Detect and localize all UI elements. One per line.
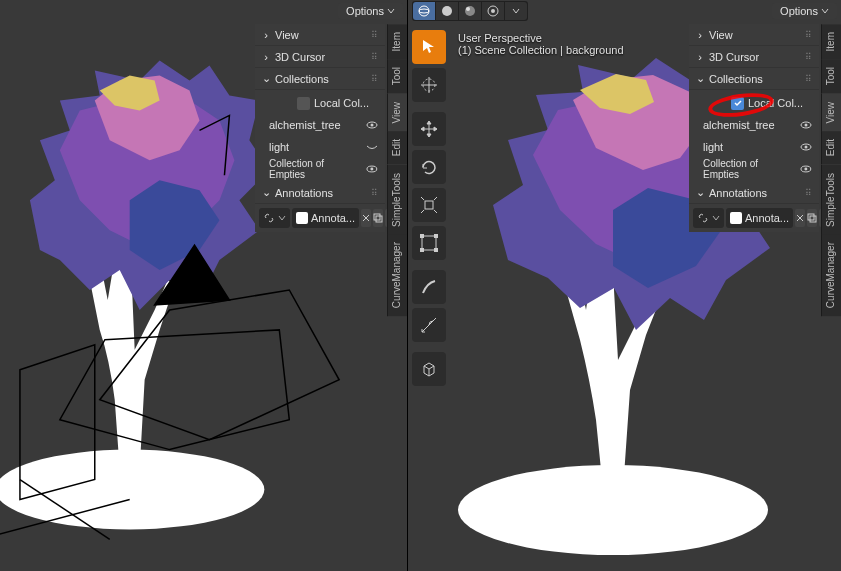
tool-scale[interactable] [412, 188, 446, 222]
panel-collections[interactable]: ⌄ Collections ⠿ [689, 68, 819, 90]
tab-curvemanager[interactable]: CurveManager [387, 234, 407, 316]
tool-transform[interactable] [412, 226, 446, 260]
panel-3d-cursor[interactable]: › 3D Cursor ⠿ [255, 46, 385, 68]
eye-closed-icon[interactable] [365, 140, 379, 154]
annotation-link[interactable] [693, 208, 724, 228]
svg-point-26 [491, 9, 495, 13]
shading-dropdown[interactable] [505, 2, 527, 20]
local-collections-checkbox[interactable] [731, 97, 744, 110]
panel-collections[interactable]: ⌄ Collections ⠿ [255, 68, 385, 90]
eye-icon[interactable] [365, 162, 379, 176]
local-collections-label: Local Col... [748, 97, 803, 109]
tab-view[interactable]: View [387, 94, 407, 132]
tab-simpletools[interactable]: SimpleTools [821, 165, 841, 235]
tab-view[interactable]: View [821, 94, 841, 132]
collection-item[interactable]: light [703, 138, 813, 156]
tool-annotate[interactable] [412, 270, 446, 304]
shading-rendered-button[interactable] [482, 2, 504, 20]
color-swatch[interactable] [730, 212, 742, 224]
shading-mode-group [412, 1, 528, 21]
svg-rect-36 [420, 234, 424, 238]
svg-point-23 [465, 6, 475, 16]
svg-rect-35 [422, 236, 436, 250]
new-annotation-button[interactable] [373, 209, 383, 227]
drag-handle-icon: ⠿ [371, 52, 379, 62]
svg-rect-39 [434, 248, 438, 252]
tab-tool[interactable]: Tool [387, 59, 407, 93]
tool-move[interactable] [412, 112, 446, 146]
header-right: Options [408, 0, 841, 22]
annotation-name[interactable]: Annota... [292, 208, 359, 228]
collection-item[interactable]: light [269, 138, 379, 156]
tool-measure[interactable] [412, 308, 446, 342]
options-button[interactable]: Options [338, 3, 403, 19]
panel-view[interactable]: › View ⠿ [689, 24, 819, 46]
link-icon [263, 212, 275, 224]
n-panel-tabs-left: Item Tool View Edit SimpleTools CurveMan… [387, 24, 407, 317]
chevron-down-icon: ⌄ [261, 186, 271, 199]
svg-rect-37 [434, 234, 438, 238]
header-left: Options [338, 0, 407, 22]
eye-icon[interactable] [799, 118, 813, 132]
tab-curvemanager[interactable]: CurveManager [821, 234, 841, 316]
chevron-down-icon [821, 7, 829, 15]
shading-solid-button[interactable] [436, 2, 458, 20]
chevron-down-icon [387, 7, 395, 15]
panel-annotations[interactable]: ⌄ Annotations ⠿ [689, 182, 819, 204]
svg-point-20 [419, 6, 429, 16]
tool-rotate[interactable] [412, 150, 446, 184]
collection-item[interactable]: alchemist_tree [703, 116, 813, 134]
tool-cursor[interactable] [412, 68, 446, 102]
panel-annotations[interactable]: ⌄ Annotations ⠿ [255, 182, 385, 204]
eye-icon[interactable] [799, 140, 813, 154]
collection-item[interactable]: Collection of Empties [703, 160, 813, 178]
color-swatch[interactable] [296, 212, 308, 224]
options-label: Options [780, 5, 818, 17]
svg-point-10 [371, 168, 374, 171]
svg-rect-12 [376, 216, 382, 222]
collection-item[interactable]: alchemist_tree [269, 116, 379, 134]
chevron-right-icon: › [261, 51, 271, 63]
svg-rect-11 [374, 214, 380, 220]
tool-select-box[interactable] [412, 30, 446, 64]
svg-point-43 [805, 146, 808, 149]
svg-line-34 [434, 210, 437, 213]
n-panel-left: › View ⠿ › 3D Cursor ⠿ ⌄ Collections ⠿ L… [255, 24, 385, 232]
tab-item[interactable]: Item [821, 24, 841, 59]
svg-rect-46 [808, 214, 814, 220]
tab-simpletools[interactable]: SimpleTools [387, 165, 407, 235]
toolbar [412, 30, 446, 386]
eye-icon[interactable] [365, 118, 379, 132]
svg-point-41 [805, 124, 808, 127]
annotation-link[interactable] [259, 208, 290, 228]
drag-handle-icon: ⠿ [805, 52, 813, 62]
chevron-down-icon [712, 214, 720, 222]
svg-rect-38 [420, 248, 424, 252]
fake-user-button[interactable] [361, 209, 371, 227]
options-button[interactable]: Options [772, 3, 837, 19]
fake-user-button[interactable] [795, 209, 805, 227]
svg-point-8 [371, 124, 374, 127]
tool-add-cube[interactable] [412, 352, 446, 386]
panel-view[interactable]: › View ⠿ [255, 24, 385, 46]
tab-tool[interactable]: Tool [821, 59, 841, 93]
drag-handle-icon: ⠿ [371, 188, 379, 198]
drag-handle-icon: ⠿ [371, 74, 379, 84]
svg-line-31 [421, 197, 424, 200]
tab-item[interactable]: Item [387, 24, 407, 59]
tab-edit[interactable]: Edit [821, 131, 841, 164]
shading-matcap-button[interactable] [459, 2, 481, 20]
annotation-name[interactable]: Annota... [726, 208, 793, 228]
new-annotation-button[interactable] [807, 209, 817, 227]
check-icon [733, 98, 743, 108]
shading-wireframe-button[interactable] [413, 2, 435, 20]
n-panel-right: › View ⠿ › 3D Cursor ⠿ ⌄ Collections ⠿ L… [689, 24, 819, 232]
eye-icon[interactable] [799, 162, 813, 176]
panel-3d-cursor[interactable]: › 3D Cursor ⠿ [689, 46, 819, 68]
local-collections-checkbox[interactable] [297, 97, 310, 110]
collection-item[interactable]: Collection of Empties [269, 160, 379, 178]
chevron-right-icon: › [695, 51, 705, 63]
viewport-overlay-text: User Perspective (1) Scene Collection | … [458, 32, 624, 56]
drag-handle-icon: ⠿ [371, 30, 379, 40]
tab-edit[interactable]: Edit [387, 131, 407, 164]
